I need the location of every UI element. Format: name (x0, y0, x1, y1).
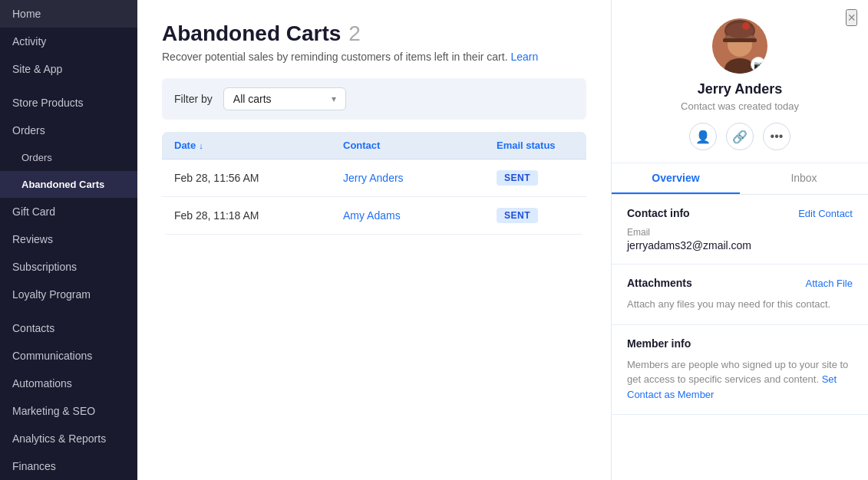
avatar-badge: 📷 (751, 57, 766, 72)
sidebar-item-site-app[interactable]: Site & App (0, 55, 137, 83)
page-count: 2 (348, 21, 361, 46)
attachments-empty-text: Attach any files you may need for this c… (627, 297, 853, 312)
sidebar-item-orders-sub[interactable]: Orders (0, 144, 137, 171)
sidebar: Home Activity Site & App Store Products … (0, 0, 137, 480)
contact-info-title: Contact info (627, 207, 690, 219)
sidebar-item-activity[interactable]: Activity (0, 28, 137, 55)
email-field-value: jerryadams32@zmail.com (627, 239, 853, 252)
sidebar-item-home[interactable]: Home (0, 0, 137, 28)
more-icon: ••• (771, 130, 784, 143)
sidebar-item-store-products[interactable]: Store Products (0, 89, 137, 117)
filter-value: All carts (233, 93, 272, 105)
sidebar-item-marketing-seo[interactable]: Marketing & SEO (0, 397, 137, 425)
sidebar-item-finances[interactable]: Finances (0, 452, 137, 480)
person-action-button[interactable]: 👤 (689, 123, 717, 150)
more-action-button[interactable]: ••• (763, 123, 790, 150)
learn-more-link[interactable]: Learn (510, 51, 538, 63)
data-table: Date ↓ Contact Email status Recove Feb 2… (162, 132, 586, 235)
filter-row: Filter by All carts ▾ (162, 78, 586, 120)
sidebar-item-analytics-reports[interactable]: Analytics & Reports (0, 425, 137, 452)
filter-select[interactable]: All carts ▾ (223, 87, 346, 110)
sidebar-item-gift-card[interactable]: Gift Card (0, 198, 137, 225)
page-title-row: Abandoned Carts 2 (162, 21, 586, 46)
page-subtitle: Recover potential sales by reminding cus… (162, 51, 586, 63)
link-icon: 🔗 (732, 130, 748, 144)
attach-file-link[interactable]: Attach File (806, 278, 853, 289)
tab-overview[interactable]: Overview (612, 163, 740, 194)
sidebar-item-communications[interactable]: Communications (0, 342, 137, 370)
svg-point-6 (742, 22, 750, 30)
sidebar-item-loyalty-program[interactable]: Loyalty Program (0, 281, 137, 308)
sidebar-item-abandoned-carts[interactable]: Abandoned Carts (0, 171, 137, 198)
edit-contact-link[interactable]: Edit Contact (798, 208, 853, 219)
svg-rect-5 (723, 38, 757, 42)
sidebar-item-orders[interactable]: Orders (0, 117, 137, 144)
sidebar-item-reviews[interactable]: Reviews (0, 225, 137, 253)
close-button[interactable]: × (846, 9, 857, 26)
panel-actions: 👤 🔗 ••• (689, 123, 790, 150)
cell-contact-2[interactable]: Amy Adams (331, 197, 484, 234)
chevron-down-icon: ▾ (332, 94, 336, 104)
sidebar-item-automations[interactable]: Automations (0, 370, 137, 397)
link-action-button[interactable]: 🔗 (726, 123, 754, 150)
panel-contact-subtitle: Contact was created today (681, 100, 799, 112)
email-status-badge-1: SENT (497, 170, 538, 186)
contact-link-1[interactable]: Jerry Anders (343, 172, 404, 184)
cell-contact-1[interactable]: Jerry Anders (331, 159, 484, 196)
cell-email-1: SENT (484, 159, 586, 196)
contact-info-header: Contact info Edit Contact (627, 207, 853, 219)
attachments-section: Attachments Attach File Attach any files… (612, 265, 868, 325)
person-icon: 👤 (695, 130, 711, 144)
cell-date-1: Feb 28, 11:56 AM (162, 159, 331, 196)
panel-tabs: Overview Inbox (612, 163, 868, 195)
col-date[interactable]: Date ↓ (162, 132, 331, 159)
member-info-header: Member info (627, 337, 853, 350)
table-row: Feb 28, 11:18 AM Amy Adams SENT NOT (162, 197, 586, 235)
table-header: Date ↓ Contact Email status Recove (162, 132, 586, 159)
email-field-label: Email (627, 227, 853, 238)
tab-inbox[interactable]: Inbox (740, 163, 868, 194)
table-row: Feb 28, 11:56 AM Jerry Anders SENT NOT (162, 159, 586, 197)
cell-date-2: Feb 28, 11:18 AM (162, 197, 331, 234)
contact-panel: × 📷 Jerry Anders (611, 0, 868, 480)
member-info-title: Member info (627, 337, 691, 350)
contact-info-section: Contact info Edit Contact Email jerryada… (612, 195, 868, 265)
col-contact[interactable]: Contact (331, 132, 484, 159)
member-info-section: Member info Members are people who signe… (612, 325, 868, 416)
member-info-description: Members are people who signed up to your… (627, 357, 853, 403)
sidebar-item-subscriptions[interactable]: Subscriptions (0, 253, 137, 281)
attachments-title: Attachments (627, 277, 692, 289)
sidebar-item-contacts[interactable]: Contacts (0, 314, 137, 342)
page-title: Abandoned Carts (162, 21, 341, 46)
panel-header: 📷 Jerry Anders Contact was created today… (612, 0, 868, 163)
cell-email-2: SENT (484, 197, 586, 234)
contact-link-2[interactable]: Amy Adams (343, 209, 401, 222)
main-content: Abandoned Carts 2 Recover potential sale… (137, 0, 611, 480)
col-email-status[interactable]: Email status (484, 132, 586, 159)
avatar: 📷 (712, 18, 767, 74)
attachments-header: Attachments Attach File (627, 277, 853, 289)
panel-contact-name: Jerry Anders (698, 81, 782, 97)
email-status-badge-2: SENT (497, 208, 538, 223)
filter-label: Filter by (174, 93, 213, 105)
sort-arrow-icon: ↓ (199, 141, 203, 150)
